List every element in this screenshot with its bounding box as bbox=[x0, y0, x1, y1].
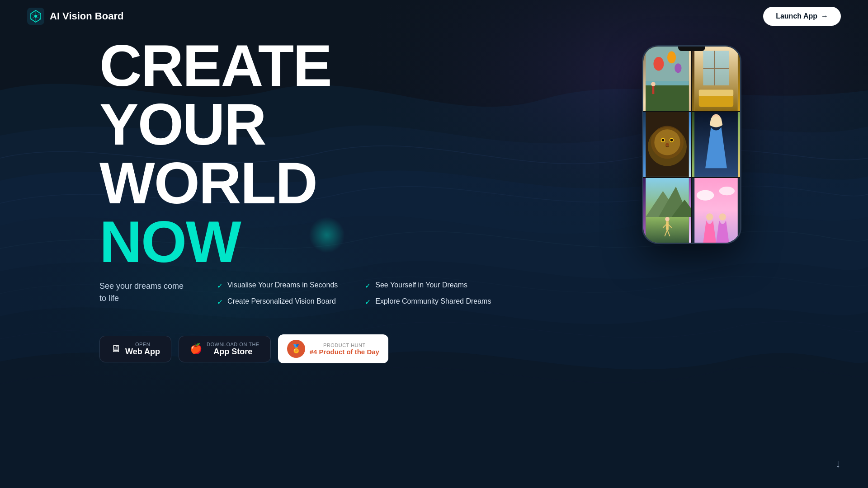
svg-rect-11 bbox=[652, 85, 655, 94]
phone-frame bbox=[642, 45, 741, 244]
phone-image-3 bbox=[643, 112, 691, 177]
svg-point-27 bbox=[670, 139, 673, 142]
product-hunt-label-main: #4 Product of the Day bbox=[310, 348, 379, 356]
product-hunt-label-small: PRODUCT HUNT bbox=[310, 343, 379, 348]
phone-image-6 bbox=[692, 178, 740, 243]
product-hunt-text: PRODUCT HUNT #4 Product of the Day bbox=[310, 343, 379, 356]
web-app-button[interactable]: 🖥 OPEN Web App bbox=[99, 336, 171, 362]
web-app-label-main: Web App bbox=[125, 347, 160, 357]
scroll-down-indicator[interactable]: ↓ bbox=[835, 457, 841, 470]
product-hunt-emoji: 🏅 bbox=[291, 344, 301, 354]
check-icon-3: ✓ bbox=[365, 281, 371, 291]
scroll-down-arrow: ↓ bbox=[835, 457, 841, 469]
svg-point-12 bbox=[651, 82, 656, 86]
svg-rect-7 bbox=[646, 47, 689, 85]
phone-notch bbox=[678, 47, 705, 51]
svg-point-47 bbox=[719, 213, 726, 220]
feature-text-2: Create Personalized Vision Board bbox=[227, 296, 336, 306]
svg-point-37 bbox=[665, 217, 670, 221]
check-icon-4: ✓ bbox=[365, 297, 371, 307]
phone-mockup-area bbox=[642, 45, 741, 244]
launch-btn-arrow: → bbox=[821, 12, 828, 20]
feature-text-1: Visualise Your Dreams in Seconds bbox=[227, 280, 338, 290]
phone-image-1 bbox=[643, 47, 691, 111]
feature-list-right: ✓ See Yourself in Your Dreams ✓ Explore … bbox=[365, 280, 491, 308]
feature-item-1: ✓ Visualise Your Dreams in Seconds bbox=[217, 280, 338, 291]
feature-item-3: ✓ See Yourself in Your Dreams bbox=[365, 280, 491, 291]
check-icon-1: ✓ bbox=[217, 281, 223, 291]
product-hunt-button[interactable]: 🏅 PRODUCT HUNT #4 Product of the Day bbox=[278, 334, 388, 363]
check-icon-2: ✓ bbox=[217, 297, 223, 307]
app-store-button[interactable]: 🍎 Download on the App Store bbox=[179, 336, 271, 362]
cta-section: 🖥 OPEN Web App 🍎 Download on the App Sto… bbox=[99, 334, 388, 363]
logo-area: AI Vision Board bbox=[27, 8, 123, 25]
hero-line-2: YOUR bbox=[99, 95, 331, 154]
feature-list-left: ✓ Visualise Your Dreams in Seconds ✓ Cre… bbox=[217, 280, 338, 308]
feature-text-4: Explore Community Shared Dreams bbox=[375, 296, 491, 306]
svg-point-23 bbox=[651, 126, 684, 159]
svg-point-26 bbox=[662, 139, 665, 142]
app-store-label-main: App Store bbox=[207, 347, 259, 357]
hero-line-3: WORLD bbox=[99, 154, 331, 212]
launch-app-button[interactable]: Launch App → bbox=[763, 7, 841, 26]
feature-text-3: See Yourself in Your Dreams bbox=[375, 280, 467, 290]
web-app-btn-text: OPEN Web App bbox=[125, 342, 160, 357]
svg-rect-16 bbox=[714, 51, 715, 85]
feature-item-4: ✓ Explore Community Shared Dreams bbox=[365, 296, 491, 307]
svg-point-4 bbox=[34, 15, 37, 18]
product-hunt-badge: 🏅 bbox=[287, 340, 305, 358]
svg-rect-17 bbox=[703, 68, 729, 69]
svg-point-28 bbox=[665, 143, 669, 146]
svg-point-46 bbox=[706, 213, 713, 220]
logo-icon bbox=[27, 8, 44, 25]
svg-rect-38 bbox=[666, 221, 669, 230]
phone-image-2 bbox=[692, 47, 740, 111]
app-store-label-small: Download on the bbox=[207, 342, 259, 347]
svg-point-10 bbox=[675, 63, 681, 73]
hero-line-1: CREATE bbox=[99, 36, 331, 95]
navbar: AI Vision Board Launch App → bbox=[0, 0, 868, 33]
features-section: See your dreams come to life ✓ Visualise… bbox=[99, 280, 491, 308]
svg-point-44 bbox=[697, 190, 714, 200]
tagline-text: See your dreams come to life bbox=[99, 282, 184, 303]
web-app-label-small: OPEN bbox=[125, 342, 160, 347]
hero-section: CREATE YOUR WORLD NOW bbox=[99, 36, 331, 271]
tagline: See your dreams come to life bbox=[99, 280, 190, 305]
apple-icon: 🍎 bbox=[190, 343, 202, 355]
svg-rect-19 bbox=[699, 90, 733, 96]
hero-line-4: NOW bbox=[99, 212, 331, 271]
phone-image-4 bbox=[692, 112, 740, 177]
svg-point-8 bbox=[653, 57, 664, 71]
svg-rect-15 bbox=[703, 51, 729, 85]
phone-image-5 bbox=[643, 178, 691, 243]
svg-point-45 bbox=[719, 187, 735, 195]
monitor-icon: 🖥 bbox=[111, 343, 121, 355]
launch-btn-label: Launch App bbox=[776, 12, 817, 20]
svg-point-9 bbox=[667, 52, 676, 64]
app-store-btn-text: Download on the App Store bbox=[207, 342, 259, 357]
feature-item-2: ✓ Create Personalized Vision Board bbox=[217, 296, 338, 307]
logo-text: AI Vision Board bbox=[50, 10, 123, 22]
